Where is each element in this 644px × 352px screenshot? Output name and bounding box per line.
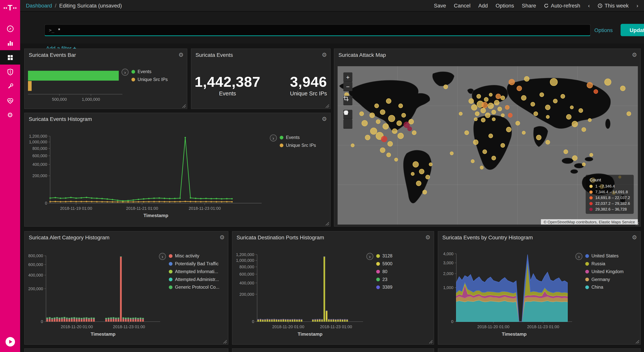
chart-legend: EventsUnique Src IPs — [122, 69, 168, 82]
svg-text:2018-11-20 01:00: 2018-11-20 01:00 — [477, 324, 510, 329]
metric-unique-src-ips: 3,946 Unique Src IPs — [290, 74, 327, 97]
resize-handle-icon[interactable] — [429, 340, 433, 344]
panel-suricata-events-bar: Suricata Events Bar 500,0001,000,000 Eve… — [24, 49, 187, 109]
svg-text:Timestamp: Timestamp — [91, 331, 116, 337]
time-range-button[interactable]: This week — [598, 3, 629, 9]
heartbeat-icon — [6, 97, 14, 104]
resize-handle-icon[interactable] — [325, 222, 329, 226]
panel-options-gear-icon[interactable] — [219, 233, 226, 241]
resize-handle-icon[interactable] — [325, 104, 329, 108]
zoom-out-button[interactable]: − — [343, 82, 352, 91]
map-legend-dot — [590, 208, 593, 211]
legend-item[interactable]: United Kingdom — [585, 269, 624, 274]
panel-options-gear-icon[interactable] — [321, 115, 328, 123]
sidebar-item-visualize[interactable] — [0, 36, 20, 50]
panel-options-gear-icon[interactable] — [321, 51, 328, 59]
sidebar-item-management[interactable]: ⚙ — [0, 108, 20, 122]
breadcrumb-dashboard-link[interactable]: Dashboard — [26, 3, 52, 9]
legend-item[interactable]: Attempted Informati... — [169, 269, 220, 274]
sidebar-collapse-button[interactable] — [0, 334, 20, 349]
legend-item[interactable]: China — [585, 285, 624, 290]
legend-dot — [376, 270, 380, 273]
legend-toggle-icon[interactable] — [270, 134, 277, 141]
options-button[interactable]: Options — [496, 3, 514, 9]
legend-item[interactable]: Events — [132, 69, 168, 74]
panel-title: Suricata Attack Map — [338, 52, 386, 58]
legend-item[interactable]: United States — [585, 253, 624, 258]
map-legend-row: 14,691.8 – 22,037.2 — [590, 195, 630, 200]
legend-dot — [169, 254, 172, 258]
legend-item[interactable]: Germany — [585, 277, 624, 282]
panel-options-gear-icon[interactable] — [178, 51, 184, 59]
panel-options-gear-icon[interactable] — [424, 233, 431, 241]
sidebar-item-devtools[interactable] — [0, 79, 20, 93]
legend-dot — [585, 254, 589, 258]
legend-item[interactable]: 3128 — [376, 253, 392, 258]
legend-item[interactable]: Misc activity — [169, 253, 220, 258]
legend-dot — [376, 277, 380, 281]
svg-text:2018-11-23 01:00: 2018-11-23 01:00 — [320, 324, 352, 329]
legend-item[interactable]: 3389 — [376, 285, 392, 290]
panel-title: Suricata Events Histogram — [29, 116, 92, 122]
legend-item[interactable]: Unique Src IPs — [280, 143, 316, 148]
legend-item[interactable]: Generic Protocol Co... — [169, 285, 220, 290]
svg-text:0: 0 — [41, 319, 43, 324]
svg-text:Timestamp: Timestamp — [143, 213, 168, 218]
svg-text:Timestamp: Timestamp — [502, 331, 527, 337]
topbar-actions: Save Cancel Add Options Share Auto-refre… — [434, 3, 638, 9]
time-next-button[interactable]: › — [636, 3, 638, 9]
resize-handle-icon[interactable] — [636, 340, 640, 344]
svg-text:400,000: 400,000 — [240, 281, 254, 285]
rectangle-tool-button[interactable] — [343, 119, 352, 129]
legend-item[interactable]: Unique Src IPs — [132, 77, 168, 82]
legend-item[interactable]: Events — [280, 135, 316, 140]
zoom-in-button[interactable]: + — [343, 72, 352, 82]
resize-handle-icon[interactable] — [182, 104, 186, 108]
share-button[interactable]: Share — [522, 3, 536, 9]
legend-toggle-icon[interactable] — [366, 253, 373, 260]
time-prev-button[interactable]: ‹ — [588, 3, 590, 9]
legend-item[interactable]: Attempted Administr... — [169, 277, 220, 282]
svg-text:2018-11-19 01:00: 2018-11-19 01:00 — [60, 206, 92, 211]
svg-text:400,000: 400,000 — [32, 162, 47, 167]
svg-text:200,000: 200,000 — [28, 287, 43, 291]
svg-text:200,000: 200,000 — [240, 292, 254, 297]
attack-map[interactable]: + − Count 1 – 7,346.47,346.4 – 14,691.81… — [338, 66, 638, 225]
auto-refresh-button[interactable]: Auto-refresh — [544, 3, 580, 9]
query-options-link[interactable]: Options — [594, 27, 613, 33]
legend-dot — [169, 262, 172, 265]
map-legend-dot — [590, 190, 593, 194]
telekom-logo: T — [4, 3, 17, 12]
query-value: * — [58, 27, 60, 33]
svg-text:800,000: 800,000 — [28, 254, 43, 258]
legend-item[interactable]: 80 — [376, 269, 392, 274]
sidebar-item-monitoring[interactable] — [0, 93, 20, 108]
save-button[interactable]: Save — [434, 3, 446, 9]
svg-text:2018-11-20 01:00: 2018-11-20 01:00 — [272, 324, 304, 329]
legend-item[interactable]: Potentially Bad Traffic — [169, 261, 220, 266]
clock-icon — [598, 3, 602, 8]
panel-options-gear-icon[interactable] — [631, 51, 638, 59]
legend-dot — [585, 277, 589, 281]
legend-dot — [132, 70, 135, 73]
sidebar-item-dashboard[interactable] — [0, 50, 20, 65]
legend-item[interactable]: 23 — [376, 277, 392, 282]
map-legend-row: 1 – 7,346.4 — [590, 184, 630, 189]
add-button[interactable]: Add — [478, 3, 488, 9]
legend-item[interactable]: 5900 — [376, 261, 392, 266]
search-query-input[interactable]: >_ * — [44, 24, 590, 36]
legend-toggle-icon[interactable] — [576, 253, 582, 260]
legend-toggle-icon[interactable] — [159, 253, 166, 260]
update-button[interactable]: Update — [620, 24, 644, 36]
map-zoom-controls: + − — [343, 72, 352, 91]
sidebar-item-discover[interactable] — [0, 21, 20, 36]
legend-dot — [585, 285, 589, 289]
legend-item[interactable]: Russia — [585, 261, 624, 266]
cancel-button[interactable]: Cancel — [454, 3, 470, 9]
panel-options-gear-icon[interactable] — [631, 233, 638, 241]
sidebar-item-security[interactable] — [0, 65, 20, 79]
resize-handle-icon[interactable] — [223, 340, 227, 344]
legend-toggle-icon[interactable] — [122, 69, 128, 76]
crop-tool-button[interactable] — [343, 96, 352, 105]
compass-icon — [6, 25, 14, 33]
